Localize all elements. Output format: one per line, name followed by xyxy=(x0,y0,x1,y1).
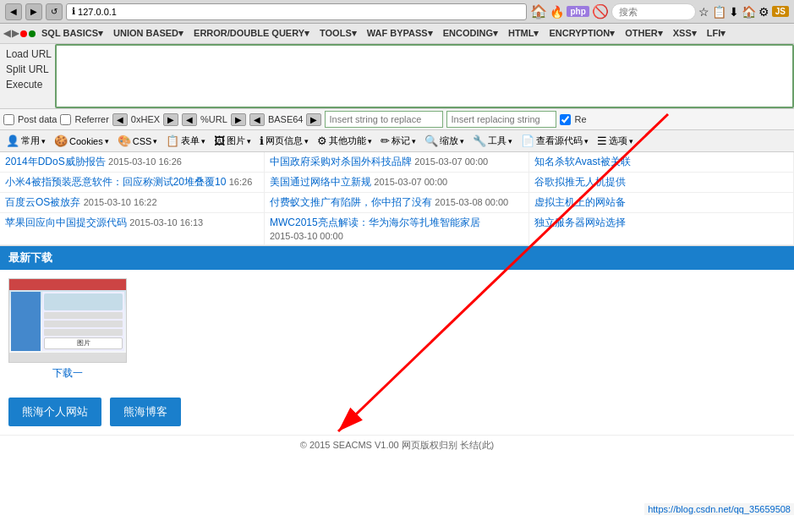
home2-icon[interactable]: 🏠 xyxy=(742,5,756,19)
news-link[interactable]: 小米4被指预装恶意软件：回应称测试20堆叠覆10 xyxy=(5,176,226,188)
news-link[interactable]: 知名杀软Avast被关联 xyxy=(534,156,631,167)
tag-icon: ✏ xyxy=(381,134,390,147)
home-icon[interactable]: 🏠 xyxy=(530,3,547,19)
url-left-arrow[interactable]: ◀ xyxy=(182,113,197,126)
js-badge: JS xyxy=(772,6,789,17)
url-bar[interactable]: ℹ 127.0.0.1 xyxy=(66,3,527,20)
news-link[interactable]: 2014年DDoS威胁报告 xyxy=(5,156,106,167)
sql-basics-menu[interactable]: SQL BASICS▾ xyxy=(37,27,107,40)
string-to-replace-input[interactable] xyxy=(325,111,443,128)
base64-right-arrow[interactable]: ▶ xyxy=(306,113,321,126)
load-url-button[interactable]: Load URL xyxy=(3,47,52,61)
status-link[interactable]: https://blog.csdn.net/qq_35659508 xyxy=(648,504,791,514)
news-link[interactable]: 付费蚁文推广有陷阱，你中招了没有 xyxy=(270,196,432,208)
common-icon: 👤 xyxy=(6,134,19,147)
blog-button[interactable]: 熊海博客 xyxy=(110,398,181,426)
star-icon[interactable]: ☆ xyxy=(698,5,709,19)
buttons-row: 熊海个人网站 熊海博客 xyxy=(0,389,794,435)
css-icon: 🎨 xyxy=(118,134,131,147)
tag-menu[interactable]: ✏ 标记 ▾ xyxy=(378,134,419,148)
settings-icon[interactable]: ⚙ xyxy=(758,5,769,19)
news-cell: 2014年DDoS威胁报告 2015-03-10 16:26 xyxy=(0,152,265,173)
news-date: 2015-03-10 00:00 xyxy=(270,231,343,241)
download-icon[interactable]: ⬇ xyxy=(729,5,739,19)
personal-site-button[interactable]: 熊海个人网站 xyxy=(8,398,101,426)
tools-menu[interactable]: TOOLS▾ xyxy=(315,27,361,40)
lfi-menu[interactable]: LFI▾ xyxy=(703,27,731,40)
other-func-icon: ⚙ xyxy=(317,134,327,147)
forward-button[interactable]: ▶ xyxy=(25,3,42,20)
other-menu[interactable]: OTHER▾ xyxy=(621,27,667,40)
hex-label: 0xHEX xyxy=(131,114,160,124)
news-date: 2015-03-07 00:00 xyxy=(414,156,488,167)
url-textarea[interactable] xyxy=(58,47,791,105)
news-link[interactable]: 美国通过网络中立新规 xyxy=(270,176,371,188)
hackbar-sidebar: Load URL Split URL Execute xyxy=(0,44,55,108)
news-link[interactable]: 百度云OS被放弃 xyxy=(5,196,80,208)
post-data-checkbox[interactable] xyxy=(3,114,14,125)
browser-toolbar: 👤 常用 ▾ 🍪 Cookies ▾ 🎨 CSS ▾ 📋 表单 ▾ 🖼 图片 ▾… xyxy=(0,130,794,152)
execute-button[interactable]: Execute xyxy=(3,78,52,91)
status-bar: https://blog.csdn.net/qq_35659508 xyxy=(644,503,794,515)
zoom-menu[interactable]: 🔍 缩放 ▾ xyxy=(422,134,467,148)
error-double-query-menu[interactable]: ERROR/DOUBLE QUERY▾ xyxy=(189,27,314,40)
download-thumbnail[interactable]: 图片 xyxy=(8,278,127,363)
php-badge: php xyxy=(567,6,589,17)
zoom-icon: 🔍 xyxy=(424,134,438,147)
news-date: 2015-03-10 16:22 xyxy=(84,197,157,207)
download-item: 图片 下载一 xyxy=(8,278,127,381)
news-link[interactable]: MWC2015亮点解读：华为海尔等扎堆智能家居 xyxy=(270,217,480,228)
re-checkbox[interactable] xyxy=(560,114,571,125)
toolbar-back-arrow: ◀ xyxy=(3,28,10,39)
news-link[interactable]: 独立服务器网站选择 xyxy=(534,217,626,228)
hex-left-arrow[interactable]: ◀ xyxy=(112,113,128,126)
news-link[interactable]: 谷歌拟推无人机提供 xyxy=(534,176,626,188)
refresh-button[interactable]: ↺ xyxy=(46,3,63,20)
base64-label: BASE64 xyxy=(268,114,304,124)
news-link[interactable]: 苹果回应向中国提交源代码 xyxy=(5,217,127,228)
options-menu[interactable]: ☰ 选项 ▾ xyxy=(594,134,636,148)
news-date: 2015-03-08 00:00 xyxy=(435,197,508,207)
view-source-menu[interactable]: 📄 查看源代码 ▾ xyxy=(518,134,591,148)
news-grid: 2014年DDoS威胁报告 2015-03-10 16:26 中国政府采购对杀国… xyxy=(0,152,794,246)
encoding-menu[interactable]: ENCODING▾ xyxy=(439,27,502,40)
news-cell: 百度云OS被放弃 2015-03-10 16:22 xyxy=(0,193,265,213)
back-button[interactable]: ◀ xyxy=(5,3,22,20)
hex-right-arrow[interactable]: ▶ xyxy=(163,113,178,126)
news-link[interactable]: 虚拟主机上的网站备 xyxy=(534,196,626,208)
image-menu[interactable]: 🖼 图片 ▾ xyxy=(211,134,254,148)
url-right-arrow[interactable]: ▶ xyxy=(231,113,246,126)
info-icon: ℹ xyxy=(260,134,264,147)
news-date: 16:26 xyxy=(229,177,253,187)
bookmark-icon[interactable]: 📋 xyxy=(712,5,726,19)
hackbar-options-row: Post data Referrer ◀ 0xHEX ▶ ◀ %URL ▶ ◀ … xyxy=(0,108,794,130)
base64-left-arrow[interactable]: ◀ xyxy=(249,113,265,126)
news-link[interactable]: 中国政府采购对杀国外科技品牌 xyxy=(270,156,412,167)
cookies-menu[interactable]: 🍪 Cookies ▾ xyxy=(52,134,112,148)
replacing-string-input[interactable] xyxy=(446,111,556,128)
union-based-menu[interactable]: UNION BASED▾ xyxy=(109,27,188,40)
waf-bypass-menu[interactable]: WAF BYPASS▾ xyxy=(363,27,437,40)
flame-icon[interactable]: 🔥 xyxy=(550,5,564,19)
common-menu[interactable]: 👤 常用 ▾ xyxy=(3,134,48,148)
split-url-button[interactable]: Split URL xyxy=(3,63,52,76)
toolbar-forward-arrow: ▶ xyxy=(12,28,19,39)
download-label[interactable]: 下载一 xyxy=(52,366,83,381)
url-input-area[interactable] xyxy=(55,44,794,108)
page-info-menu[interactable]: ℹ 网页信息 ▾ xyxy=(257,134,311,148)
url-text: 127.0.0.1 xyxy=(78,7,117,17)
xss-menu[interactable]: XSS▾ xyxy=(669,27,701,40)
browser-icons: 🏠 🔥 php 🚫 ☆ 📋 ⬇ 🏠 ⚙ JS xyxy=(530,3,789,20)
news-cell: 谷歌拟推无人机提供 xyxy=(529,173,794,193)
search-input[interactable] xyxy=(611,3,696,20)
referrer-checkbox[interactable] xyxy=(60,114,71,125)
stop-icon[interactable]: 🚫 xyxy=(592,3,609,19)
form-menu[interactable]: 📋 表单 ▾ xyxy=(163,134,208,148)
tools-menu2[interactable]: 🔧 工具 ▾ xyxy=(470,134,515,148)
encryption-menu[interactable]: ENCRYPTION▾ xyxy=(545,27,620,40)
cookies-icon: 🍪 xyxy=(54,134,68,147)
other-func-menu[interactable]: ⚙ 其他功能 ▾ xyxy=(315,134,375,148)
download-section: 图片 下载一 xyxy=(0,270,794,389)
css-menu[interactable]: 🎨 CSS ▾ xyxy=(115,134,161,148)
html-menu[interactable]: HTML▾ xyxy=(504,27,544,40)
